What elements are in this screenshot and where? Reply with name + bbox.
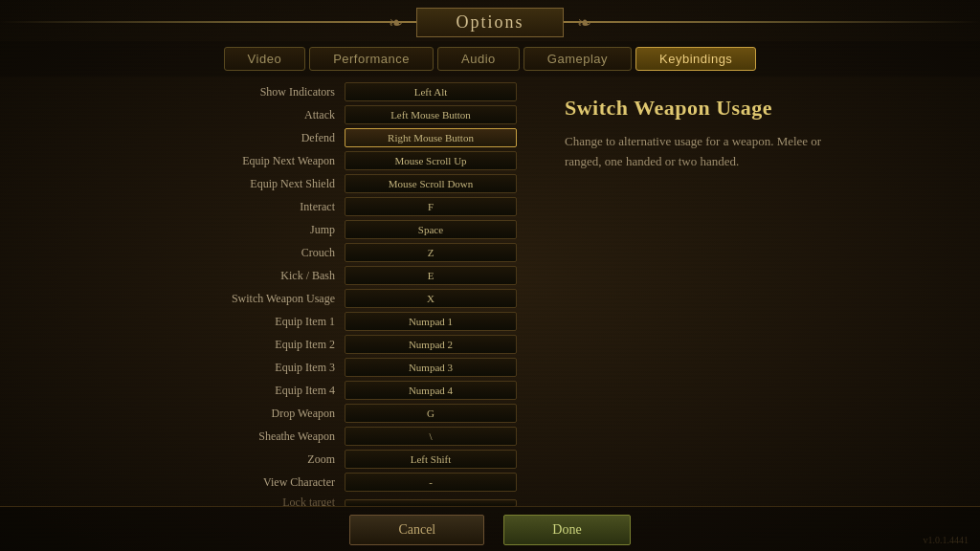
key-binding-button[interactable]: Numpad 4	[345, 381, 517, 400]
key-binding-button[interactable]	[345, 499, 517, 507]
keybinding-row: Sheathe Weapon\	[19, 425, 517, 448]
key-binding-button[interactable]: Numpad 3	[345, 358, 517, 377]
key-binding-button[interactable]: -	[345, 473, 517, 492]
keybinding-row: Equip Item 2Numpad 2	[19, 333, 517, 356]
tab-keybindings[interactable]: Keybindings	[635, 47, 756, 71]
key-binding-button[interactable]: Numpad 2	[345, 335, 517, 354]
key-binding-button[interactable]: Left Mouse Button	[345, 105, 517, 124]
cancel-button[interactable]: Cancel	[349, 515, 484, 545]
keybinding-action-label: Equip Next Shield	[182, 177, 335, 191]
keybinding-row: Kick / BashE	[19, 264, 517, 287]
keybinding-row: Equip Next WeaponMouse Scroll Up	[19, 149, 517, 172]
keybinding-row: Equip Item 4Numpad 4	[19, 379, 517, 402]
keybinding-action-label: Interact	[182, 200, 335, 214]
key-binding-button[interactable]: Mouse Scroll Down	[345, 174, 517, 193]
tab-gameplay[interactable]: Gameplay	[523, 47, 632, 71]
keybinding-action-label: Switch Weapon Usage	[182, 292, 335, 306]
info-panel: Switch Weapon Usage Change to alternativ…	[536, 77, 980, 506]
keybinding-action-label: Sheathe Weapon	[182, 430, 335, 444]
keybinding-row: CrouchZ	[19, 241, 517, 264]
key-binding-button[interactable]: Numpad 1	[345, 312, 517, 331]
title-box: Options	[416, 8, 563, 37]
keybinding-row: View Character-	[19, 471, 517, 494]
keybinding-action-label: Kick / Bash	[182, 269, 335, 283]
keybinding-action-label: Equip Next Weapon	[182, 154, 335, 168]
tab-audio[interactable]: Audio	[437, 47, 520, 71]
key-binding-button[interactable]: X	[345, 289, 517, 308]
key-binding-button[interactable]: Z	[345, 243, 517, 262]
info-title: Switch Weapon Usage	[565, 96, 951, 121]
keybinding-row: ZoomLeft Shift	[19, 448, 517, 471]
keybinding-action-label: Equip Item 3	[182, 361, 335, 375]
keybinding-action-label: Equip Item 4	[182, 384, 335, 398]
key-binding-button[interactable]: Space	[345, 220, 517, 239]
tab-video[interactable]: Video	[224, 47, 306, 71]
keybinding-action-label: Equip Item 2	[182, 338, 335, 352]
keybinding-action-label: Crouch	[182, 246, 335, 260]
keybinding-row: Switch Weapon UsageX	[19, 287, 517, 310]
keybinding-action-label: Jump	[182, 223, 335, 237]
keybinding-row: Lock target	[19, 494, 517, 506]
key-binding-button[interactable]: Mouse Scroll Up	[345, 151, 517, 170]
keybinding-action-label: Drop Weapon	[182, 407, 335, 421]
keybinding-row: Equip Next ShieldMouse Scroll Down	[19, 172, 517, 195]
title-bar: Options	[0, 0, 980, 41]
keybinding-action-label: Show Indicators	[182, 85, 335, 99]
keybinding-action-label: Zoom	[182, 452, 335, 467]
main-content: Show IndicatorsLeft AltAttackLeft Mouse …	[0, 77, 980, 506]
tab-performance[interactable]: Performance	[309, 47, 434, 71]
key-binding-button[interactable]: Right Mouse Button	[345, 128, 517, 147]
keybinding-row: Drop WeaponG	[19, 402, 517, 425]
dialog-title: Options	[456, 12, 523, 32]
keybinding-action-label: Lock target	[182, 496, 335, 506]
key-binding-button[interactable]: F	[345, 197, 517, 216]
key-binding-button[interactable]: \	[345, 427, 517, 446]
done-button[interactable]: Done	[503, 515, 630, 545]
key-binding-button[interactable]: Left Shift	[345, 450, 517, 469]
keybinding-row: AttackLeft Mouse Button	[19, 103, 517, 126]
keybindings-panel: Show IndicatorsLeft AltAttackLeft Mouse …	[0, 77, 536, 506]
keybinding-row: Equip Item 3Numpad 3	[19, 356, 517, 379]
tabs-bar: Video Performance Audio Gameplay Keybind…	[0, 41, 980, 77]
keybinding-row: InteractF	[19, 195, 517, 218]
keybinding-action-label: Defend	[182, 131, 335, 145]
key-binding-button[interactable]: G	[345, 404, 517, 423]
keybinding-row: Show IndicatorsLeft Alt	[19, 80, 517, 103]
keybinding-action-label: Attack	[182, 108, 335, 122]
keybinding-row: DefendRight Mouse Button	[19, 126, 517, 149]
info-desc: Change to alternative usage for a weapon…	[565, 132, 833, 172]
keybinding-action-label: View Character	[182, 475, 335, 490]
keybinding-row: Equip Item 1Numpad 1	[19, 310, 517, 333]
bottom-bar: Cancel Done	[0, 506, 980, 551]
key-binding-button[interactable]: Left Alt	[345, 82, 517, 101]
keybinding-action-label: Equip Item 1	[182, 315, 335, 329]
keybinding-row: JumpSpace	[19, 218, 517, 241]
key-binding-button[interactable]: E	[345, 266, 517, 285]
